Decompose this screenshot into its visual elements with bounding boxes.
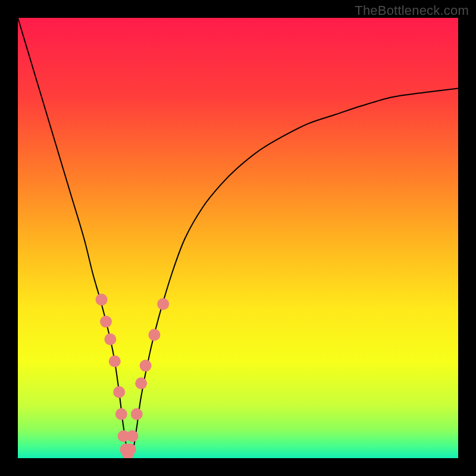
highlight-dot xyxy=(96,294,108,306)
highlight-dot xyxy=(100,316,112,328)
highlight-dot xyxy=(124,443,136,455)
watermark-text: TheBottleneck.com xyxy=(355,3,469,18)
highlight-dot xyxy=(135,377,147,389)
highlight-dot xyxy=(148,329,160,341)
bottleneck-chart xyxy=(18,18,458,458)
highlight-dot xyxy=(126,430,138,442)
highlight-dot xyxy=(157,298,169,310)
chart-frame: TheBottleneck.com xyxy=(0,0,476,476)
highlight-dot xyxy=(109,355,121,367)
highlight-dot xyxy=(140,360,152,372)
highlight-dot xyxy=(113,386,125,398)
highlight-dot xyxy=(131,408,143,420)
highlight-dot xyxy=(115,408,127,420)
highlight-dot xyxy=(104,333,116,345)
